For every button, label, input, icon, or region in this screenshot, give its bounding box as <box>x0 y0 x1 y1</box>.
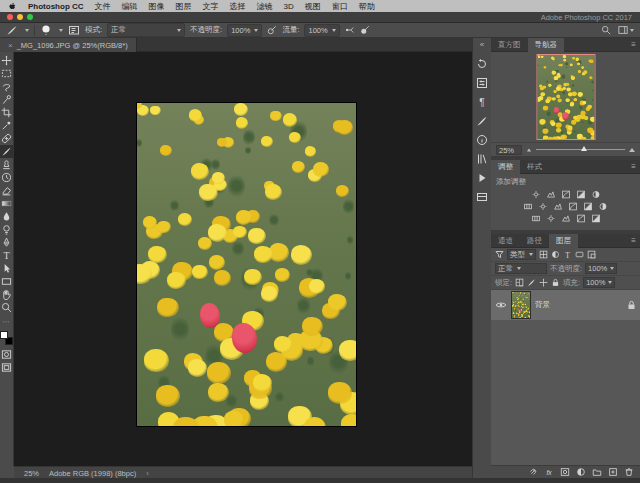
properties-icon[interactable] <box>475 76 489 90</box>
layer-blend-mode-select[interactable]: 正常 <box>495 263 547 274</box>
delete-icon[interactable] <box>624 467 634 477</box>
lock-position-icon[interactable] <box>539 278 548 287</box>
layer-fill-field[interactable]: 100% <box>583 277 615 288</box>
adjustment-gradient-map-icon[interactable] <box>575 214 586 223</box>
menu-item-视图[interactable]: 视图 <box>305 2 321 11</box>
adjustments-panel-menu-icon[interactable]: ≡ <box>631 162 636 171</box>
color-swatches[interactable] <box>0 331 13 345</box>
adjustment-filter-icon[interactable] <box>551 250 560 259</box>
quick-selection-tool[interactable] <box>0 93 13 106</box>
blend-mode-select[interactable]: 正常 <box>107 23 185 37</box>
adjustment-invert-icon[interactable] <box>530 214 541 223</box>
adjustment-exposure-icon[interactable] <box>575 190 586 199</box>
menu-item-3D[interactable]: 3D <box>284 2 294 11</box>
lock-pixels-icon[interactable] <box>527 278 536 287</box>
adjustment-selective-color-icon[interactable] <box>590 214 601 223</box>
smart-object-filter-icon[interactable] <box>587 250 596 259</box>
timeline-icon[interactable] <box>475 190 489 204</box>
adjustment-curves-icon[interactable] <box>560 190 571 199</box>
brush-preset-picker-icon[interactable] <box>40 24 52 36</box>
layer-thumbnail[interactable] <box>512 292 530 318</box>
zoom-tool[interactable] <box>0 301 13 314</box>
adjustment-hue-saturation-icon[interactable] <box>523 202 534 211</box>
zoom-in-icon[interactable] <box>629 148 635 152</box>
layer-opacity-field[interactable]: 100% <box>585 263 617 274</box>
navigator-panel-menu-icon[interactable]: ≡ <box>631 40 636 49</box>
rect-marquee-tool[interactable] <box>0 67 13 80</box>
menu-item-图像[interactable]: 图像 <box>149 2 165 11</box>
eraser-tool[interactable] <box>0 184 13 197</box>
type-tool[interactable]: T <box>0 249 13 262</box>
adjustment-vibrance-icon[interactable] <box>590 190 601 199</box>
apple-icon[interactable] <box>8 2 17 11</box>
visibility-eye-icon[interactable] <box>495 301 507 309</box>
menu-item-文件[interactable]: 文件 <box>95 2 111 11</box>
pressure-opacity-icon[interactable] <box>267 25 277 35</box>
character-icon[interactable]: ¶ <box>475 95 489 109</box>
navigator-zoom-field[interactable]: 25% <box>496 145 522 155</box>
shape-tool[interactable] <box>0 275 13 288</box>
collapse-panels-icon[interactable]: « <box>480 38 484 52</box>
move-tool[interactable] <box>0 54 13 67</box>
menu-item-帮助[interactable]: 帮助 <box>359 2 375 11</box>
flow-select[interactable]: 100% <box>304 24 339 37</box>
navigator-zoom-slider[interactable] <box>536 149 625 150</box>
brush-tool-preset-icon[interactable] <box>6 24 18 36</box>
pressure-size-icon[interactable] <box>360 25 370 35</box>
adjustments-tab-调整[interactable]: 调整 <box>491 160 520 174</box>
hand-tool[interactable] <box>0 288 13 301</box>
navigator-proxy-view[interactable] <box>537 55 594 139</box>
canvas-area[interactable] <box>14 52 472 466</box>
group-icon[interactable] <box>592 467 602 477</box>
close-tab-icon[interactable]: × <box>8 41 13 50</box>
layers-tab-通道[interactable]: 通道 <box>491 234 520 248</box>
dodge-tool[interactable] <box>0 223 13 236</box>
minimize-window-button[interactable] <box>17 14 23 20</box>
actions-icon[interactable] <box>475 171 489 185</box>
brush-settings-icon[interactable] <box>475 114 489 128</box>
quick-mask-icon[interactable] <box>0 348 13 361</box>
eyedropper-tool[interactable] <box>0 119 13 132</box>
lock-all-icon[interactable] <box>551 278 560 287</box>
menu-item-选择[interactable]: 选择 <box>230 2 246 11</box>
crop-tool[interactable] <box>0 106 13 119</box>
search-icon[interactable] <box>601 25 611 35</box>
menu-item-编辑[interactable]: 编辑 <box>122 2 138 11</box>
adjustments-tab-样式[interactable]: 样式 <box>520 160 549 174</box>
menu-item-图层[interactable]: 图层 <box>176 2 192 11</box>
layers-tab-图层[interactable]: 图层 <box>549 234 578 248</box>
layers-panel-menu-icon[interactable]: ≡ <box>631 236 636 245</box>
lock-transparent-icon[interactable] <box>515 278 524 287</box>
info-icon[interactable] <box>475 133 489 147</box>
adjustment-color-balance-icon[interactable] <box>538 202 549 211</box>
adjustment-levels-icon[interactable] <box>545 190 556 199</box>
screen-mode-icon[interactable] <box>0 361 13 374</box>
clone-stamp-tool[interactable] <box>0 158 13 171</box>
airbrush-icon[interactable] <box>345 25 355 35</box>
fx-icon[interactable]: fx <box>544 467 554 477</box>
opacity-select[interactable]: 100% <box>227 24 262 37</box>
layer-row-background[interactable]: 背景 <box>491 290 640 320</box>
zoom-slider-thumb[interactable] <box>581 146 587 151</box>
gradient-tool[interactable] <box>0 197 13 210</box>
zoom-window-button[interactable] <box>27 14 33 20</box>
foreground-color-swatch[interactable] <box>0 331 8 339</box>
adjustment-channel-mixer-icon[interactable] <box>583 202 594 211</box>
layer-filter-type-select[interactable]: 类型 <box>507 249 536 260</box>
document-image[interactable] <box>137 103 356 426</box>
workspace-switcher[interactable] <box>618 25 634 35</box>
pixel-filter-icon[interactable] <box>539 250 548 259</box>
adjustment-photo-filter-icon[interactable] <box>568 202 579 211</box>
close-window-button[interactable] <box>7 14 13 20</box>
edit-toolbar-icon[interactable]: ⋯ <box>0 315 13 328</box>
menu-app-name[interactable]: Photoshop CC <box>28 2 84 11</box>
layers-tab-路径[interactable]: 路径 <box>520 234 549 248</box>
new-layer-icon[interactable] <box>608 467 618 477</box>
type-filter-icon[interactable]: T <box>563 250 572 259</box>
document-tab[interactable]: × _MG_1096.JPG @ 25%(RGB/8*) <box>0 38 137 52</box>
brush-tool[interactable] <box>0 145 13 158</box>
zoom-out-icon[interactable] <box>527 148 531 151</box>
history-icon[interactable] <box>475 57 489 71</box>
path-select-tool[interactable] <box>0 262 13 275</box>
toggle-brush-panel-icon[interactable] <box>68 24 80 36</box>
